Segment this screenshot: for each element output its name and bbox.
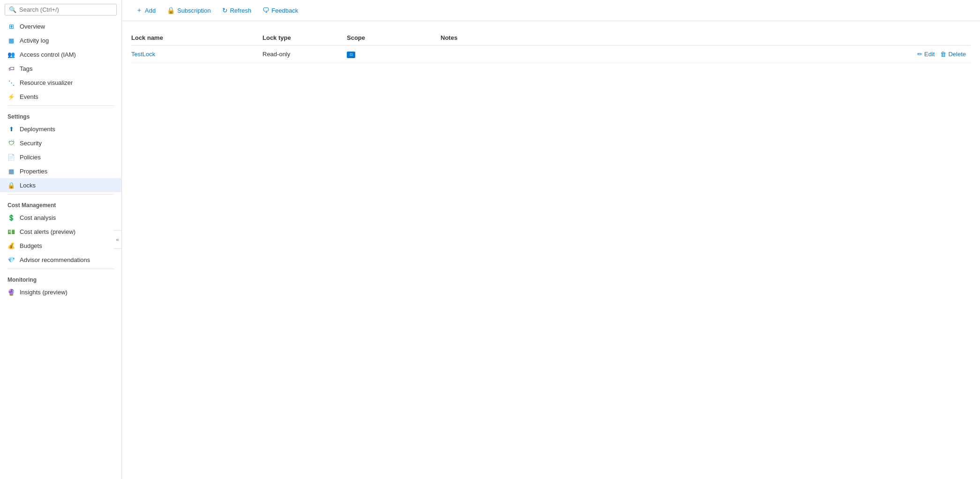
sidebar-item-deployments[interactable]: ⬆ Deployments bbox=[0, 122, 121, 136]
delete-label: Delete bbox=[948, 51, 966, 58]
sidebar-label-cost-alerts: Cost alerts (preview) bbox=[20, 228, 75, 235]
collapse-button[interactable]: « bbox=[113, 230, 122, 249]
sidebar-icon-resource-visualizer: ⋱ bbox=[7, 79, 15, 86]
sidebar-icon-overview: ⊞ bbox=[7, 22, 15, 30]
lock-name-link[interactable]: TestLock bbox=[131, 51, 155, 58]
edit-label: Edit bbox=[924, 51, 935, 58]
col-lock-name: Lock name bbox=[131, 34, 262, 41]
table-row: TestLock Read-only ⊡ ✏ Edit 🗑 Delete bbox=[131, 45, 971, 63]
search-box[interactable]: 🔍 bbox=[5, 4, 117, 15]
add-button[interactable]: ＋ Add bbox=[131, 4, 160, 17]
settings-divider bbox=[7, 105, 114, 106]
sidebar-icon-security: 🛡 bbox=[7, 139, 15, 147]
sidebar-item-overview[interactable]: ⊞ Overview bbox=[0, 19, 121, 33]
sidebar-icon-cost-analysis: 💲 bbox=[7, 214, 15, 221]
sidebar-label-deployments: Deployments bbox=[20, 126, 55, 133]
monitoring-divider bbox=[7, 269, 114, 269]
sidebar-item-properties[interactable]: ▦ Properties bbox=[0, 164, 121, 178]
sidebar-label-cost-analysis: Cost analysis bbox=[20, 214, 56, 221]
sidebar-item-tags[interactable]: 🏷 Tags bbox=[0, 61, 121, 75]
content-area: Lock name Lock type Scope Notes TestLock… bbox=[122, 21, 980, 479]
sidebar-icon-policies: 📄 bbox=[7, 153, 15, 161]
col-scope: Scope bbox=[347, 34, 441, 41]
feedback-label: Feedback bbox=[271, 7, 298, 14]
col-lock-type: Lock type bbox=[262, 34, 347, 41]
sidebar-item-events[interactable]: ⚡ Events bbox=[0, 90, 121, 104]
sidebar-item-advisor[interactable]: 💎 Advisor recommendations bbox=[0, 253, 121, 267]
sidebar-label-locks: Locks bbox=[20, 182, 36, 189]
cost-divider bbox=[7, 194, 114, 195]
sidebar-icon-locks: 🔒 bbox=[7, 181, 15, 189]
sidebar-label-tags: Tags bbox=[20, 65, 32, 72]
toolbar: ＋ Add 🔒 Subscription ↻ Refresh 🗨 Feedbac… bbox=[122, 0, 980, 21]
edit-button[interactable]: ✏ Edit bbox=[917, 51, 935, 58]
sidebar-icon-budgets: 💰 bbox=[7, 242, 15, 249]
sidebar-label-access-control: Access control (IAM) bbox=[20, 51, 76, 58]
delete-icon: 🗑 bbox=[940, 51, 946, 58]
main-content: ＋ Add 🔒 Subscription ↻ Refresh 🗨 Feedbac… bbox=[122, 0, 980, 479]
sidebar-item-cost-alerts[interactable]: 💵 Cost alerts (preview) bbox=[0, 225, 121, 239]
subscription-label: Subscription bbox=[177, 7, 211, 14]
sidebar-icon-advisor: 💎 bbox=[7, 256, 15, 263]
sidebar-item-resource-visualizer[interactable]: ⋱ Resource visualizer bbox=[0, 75, 121, 90]
sidebar-label-overview: Overview bbox=[20, 23, 45, 30]
sidebar-label-advisor: Advisor recommendations bbox=[20, 256, 90, 263]
sidebar-item-policies[interactable]: 📄 Policies bbox=[0, 150, 121, 164]
sidebar-icon-activity-log: ▦ bbox=[7, 37, 15, 44]
monitoring-section-label: Monitoring bbox=[0, 271, 121, 285]
col-notes: Notes bbox=[441, 34, 971, 41]
scope-icon: ⊡ bbox=[347, 52, 355, 58]
search-icon: 🔍 bbox=[9, 6, 16, 13]
sidebar-label-properties: Properties bbox=[20, 168, 47, 175]
sidebar-item-locks[interactable]: 🔒 Locks bbox=[0, 178, 121, 192]
search-input[interactable] bbox=[19, 6, 112, 13]
feedback-icon: 🗨 bbox=[262, 7, 269, 14]
table-header: Lock name Lock type Scope Notes bbox=[131, 30, 971, 45]
sidebar-label-resource-visualizer: Resource visualizer bbox=[20, 79, 73, 86]
feedback-button[interactable]: 🗨 Feedback bbox=[258, 4, 303, 16]
sidebar-item-cost-analysis[interactable]: 💲 Cost analysis bbox=[0, 210, 121, 225]
sidebar-label-insights: Insights (preview) bbox=[20, 289, 67, 296]
subscription-icon: 🔒 bbox=[167, 7, 175, 14]
refresh-icon: ↻ bbox=[222, 7, 228, 14]
sidebar-label-activity-log: Activity log bbox=[20, 37, 49, 44]
sidebar-icon-deployments: ⬆ bbox=[7, 125, 15, 133]
sidebar-icon-properties: ▦ bbox=[7, 167, 15, 175]
delete-button[interactable]: 🗑 Delete bbox=[940, 51, 966, 58]
refresh-label: Refresh bbox=[230, 7, 252, 14]
cell-scope: ⊡ bbox=[347, 50, 441, 58]
sidebar-icon-access-control: 👥 bbox=[7, 51, 15, 58]
sidebar-icon-events: ⚡ bbox=[7, 93, 15, 100]
cell-lock-type: Read-only bbox=[262, 51, 347, 58]
sidebar: 🔍 ⊞ Overview ▦ Activity log 👥 Access con… bbox=[0, 0, 122, 479]
add-icon: ＋ bbox=[136, 6, 142, 15]
cost-section-label: Cost Management bbox=[0, 196, 121, 210]
add-label: Add bbox=[145, 7, 156, 14]
sidebar-icon-cost-alerts: 💵 bbox=[7, 228, 15, 235]
sidebar-label-events: Events bbox=[20, 93, 38, 100]
refresh-button[interactable]: ↻ Refresh bbox=[217, 4, 256, 16]
sidebar-icon-tags: 🏷 bbox=[7, 65, 15, 72]
sidebar-label-policies: Policies bbox=[20, 154, 41, 161]
subscription-button[interactable]: 🔒 Subscription bbox=[162, 4, 216, 16]
cell-lock-name[interactable]: TestLock bbox=[131, 51, 262, 58]
sidebar-item-security[interactable]: 🛡 Security bbox=[0, 136, 121, 150]
sidebar-label-security: Security bbox=[20, 140, 42, 147]
sidebar-item-activity-log[interactable]: ▦ Activity log bbox=[0, 33, 121, 47]
sidebar-icon-insights: 🔮 bbox=[7, 288, 15, 296]
edit-icon: ✏ bbox=[917, 51, 922, 58]
sidebar-item-insights[interactable]: 🔮 Insights (preview) bbox=[0, 285, 121, 299]
sidebar-label-budgets: Budgets bbox=[20, 242, 42, 249]
row-actions: ✏ Edit 🗑 Delete bbox=[917, 51, 966, 58]
settings-section-label: Settings bbox=[0, 108, 121, 122]
sidebar-item-access-control[interactable]: 👥 Access control (IAM) bbox=[0, 47, 121, 61]
sidebar-item-budgets[interactable]: 💰 Budgets bbox=[0, 239, 121, 253]
